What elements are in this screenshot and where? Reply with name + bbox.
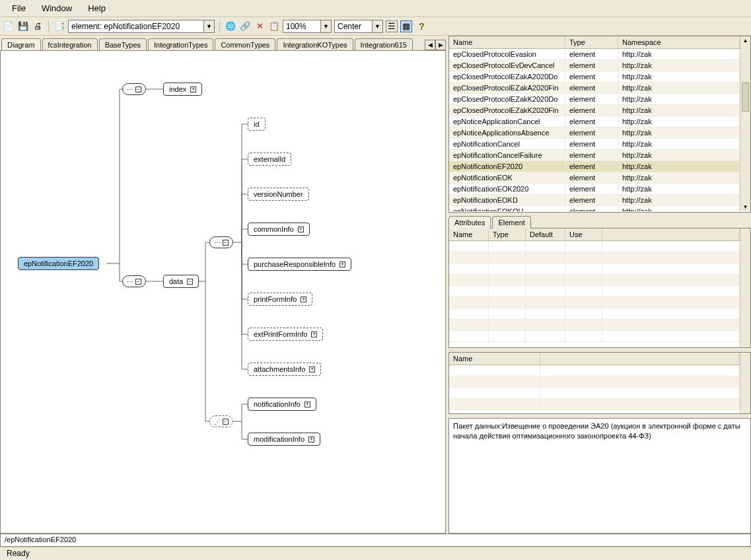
grid-view-icon[interactable]: ▦	[400, 20, 412, 32]
choice-icon[interactable]: ⋰−	[209, 415, 233, 427]
save-icon[interactable]: 💾	[17, 20, 29, 32]
table-row[interactable]	[449, 297, 740, 308]
globe-multi-icon[interactable]: 🔗	[239, 20, 251, 32]
scrollbar[interactable]: ▲ ▼	[740, 36, 750, 211]
cell: http://zak	[618, 195, 740, 206]
status-text: Ready	[7, 549, 30, 558]
help-icon[interactable]: ?	[419, 21, 425, 32]
cell: element	[565, 195, 618, 206]
node-externalId[interactable]: externalId	[248, 153, 291, 166]
table-row[interactable]	[449, 331, 740, 342]
table-row[interactable]	[449, 308, 740, 320]
node-printFormInfo[interactable]: printFormInfo+	[248, 293, 312, 306]
tab-element[interactable]: Element	[492, 216, 530, 228]
table-row[interactable]	[449, 376, 740, 388]
menu-window[interactable]: Window	[34, 1, 80, 16]
chevron-down-icon[interactable]: ▼	[320, 20, 331, 32]
table-row[interactable]	[449, 263, 740, 275]
chevron-down-icon[interactable]: ▼	[372, 20, 382, 32]
table-row[interactable]	[449, 286, 740, 297]
col-name[interactable]: Name	[449, 36, 565, 48]
table-row[interactable]: epClosedProtocolEZakK2020Finelementhttp:…	[449, 105, 740, 116]
table-row[interactable]: epClosedProtocolEZakK2020Doelementhttp:/…	[449, 94, 740, 105]
col-namespace[interactable]: Namespace	[618, 36, 740, 48]
table-row[interactable]	[449, 252, 740, 263]
table-row[interactable]: epNoticeApplicationCancelelementhttp://z…	[449, 116, 740, 127]
zoom-combo[interactable]: 100% ▼	[283, 20, 332, 33]
scrollbar[interactable]	[740, 228, 750, 347]
table-row[interactable]: epClosedProtocolEZakA2020Doelementhttp:/…	[449, 71, 740, 83]
table-row[interactable]: epClosedProtocolEZakA2020Finelementhttp:…	[449, 83, 740, 94]
table-row[interactable]: epNoticeApplicationsAbsenceelementhttp:/…	[449, 127, 740, 139]
schema-table: Name Type Namespace epClosedProtocolEvas…	[448, 36, 751, 213]
print-icon[interactable]: 🖨	[32, 20, 44, 32]
paste-icon[interactable]: 📋	[268, 20, 280, 32]
node-data[interactable]: data−	[163, 275, 199, 288]
tab-fcsintegration[interactable]: fcsIntegration	[42, 38, 98, 50]
tab-attributes[interactable]: Attributes	[448, 216, 491, 228]
sequence-icon[interactable]: ⋯−	[122, 83, 146, 95]
tab-nav-right[interactable]: ▶	[435, 40, 446, 50]
table-row[interactable]	[449, 320, 740, 331]
node-attachmentsInfo[interactable]: attachmentsInfo+	[248, 363, 321, 376]
col-default[interactable]: Default	[526, 228, 565, 240]
table-row[interactable]: epClosedProtocolEvDevCancelelementhttp:/…	[449, 60, 740, 71]
sequence-icon[interactable]: ⋯−	[209, 236, 233, 248]
element-combo[interactable]: element: epNotificationEF2020 ▼	[68, 20, 215, 33]
table-row[interactable]: epNotificationEF2020elementhttp://zak	[449, 161, 740, 172]
col-type[interactable]: Type	[489, 228, 526, 240]
table-row[interactable]: epNotificationEOKelementhttp://zak	[449, 172, 740, 184]
new-icon[interactable]: 📄	[3, 20, 15, 32]
table-row[interactable]: epNotificationEOKDelementhttp://zak	[449, 195, 740, 206]
table-row[interactable]: epNotificationEOKOUelementhttp://zak	[449, 206, 740, 211]
node-extPrintFormInfo[interactable]: extPrintFormInfo+	[248, 328, 323, 341]
sequence-icon[interactable]: ⋯−	[122, 275, 146, 287]
scroll-handle[interactable]	[742, 83, 749, 112]
diagram-canvas[interactable]: epNotificationEF2020 ⋯− ⋯− index+ data− …	[0, 50, 446, 534]
tab-integrationtypes[interactable]: IntegrationTypes	[148, 38, 213, 50]
tab-diagram[interactable]: Diagram	[1, 38, 41, 50]
table-row[interactable]	[449, 388, 740, 399]
tab-integrationkotypes[interactable]: IntegrationKOTypes	[277, 38, 353, 50]
cell: element	[565, 139, 618, 150]
align-combo[interactable]: Center ▼	[334, 20, 383, 33]
table-row[interactable]	[449, 241, 740, 252]
tab-basetypes[interactable]: BaseTypes	[99, 38, 147, 50]
col-use[interactable]: Use	[565, 228, 602, 240]
node-purchaseResponsibleInfo[interactable]: purchaseResponsibleInfo+	[248, 258, 351, 271]
node-id[interactable]: id	[248, 118, 266, 131]
scroll-up-icon[interactable]: ▲	[740, 38, 750, 44]
doc-icon[interactable]: 📑	[54, 20, 65, 32]
tab-commontypes[interactable]: CommonTypes	[215, 38, 275, 50]
col-name[interactable]: Name	[449, 353, 540, 365]
col-blank[interactable]	[540, 353, 740, 365]
node-index[interactable]: index+	[163, 83, 202, 96]
col-blank[interactable]	[602, 228, 740, 240]
tab-integration615[interactable]: Integration615	[355, 38, 413, 50]
scroll-down-icon[interactable]: ▼	[740, 204, 750, 210]
delete-icon[interactable]: ✕	[254, 20, 266, 32]
node-modificationInfo[interactable]: modificationInfo+	[248, 433, 320, 446]
node-versionNumber[interactable]: versionNumber	[248, 188, 309, 201]
table-row[interactable]	[449, 365, 740, 376]
node-root[interactable]: epNotificationEF2020	[18, 257, 99, 270]
node-commonInfo[interactable]: commonInfo+	[248, 223, 310, 236]
table-row[interactable]: epNotificationCancelFailureelementhttp:/…	[449, 150, 740, 161]
table-row[interactable]: epNotificationEOK2020elementhttp://zak	[449, 184, 740, 195]
scrollbar[interactable]	[740, 353, 750, 413]
globe-icon[interactable]: 🌐	[225, 20, 236, 32]
table-row[interactable]: epClosedProtocolEvasionelementhttp://zak	[449, 49, 740, 60]
node-notificationInfo[interactable]: notificationInfo+	[248, 398, 316, 411]
menu-help[interactable]: Help	[80, 1, 114, 16]
cell: http://zak	[618, 94, 740, 105]
list-view-icon[interactable]: ☰	[386, 20, 398, 32]
menu-file[interactable]: File	[4, 1, 34, 16]
table-row[interactable]: epNotificationCancelelementhttp://zak	[449, 139, 740, 150]
table-row[interactable]	[449, 399, 740, 410]
table-row[interactable]	[449, 275, 740, 286]
tab-nav-left[interactable]: ◀	[425, 40, 435, 50]
cell: element	[565, 150, 618, 161]
chevron-down-icon[interactable]: ▼	[203, 20, 214, 32]
col-name[interactable]: Name	[449, 228, 489, 240]
col-type[interactable]: Type	[565, 36, 618, 48]
